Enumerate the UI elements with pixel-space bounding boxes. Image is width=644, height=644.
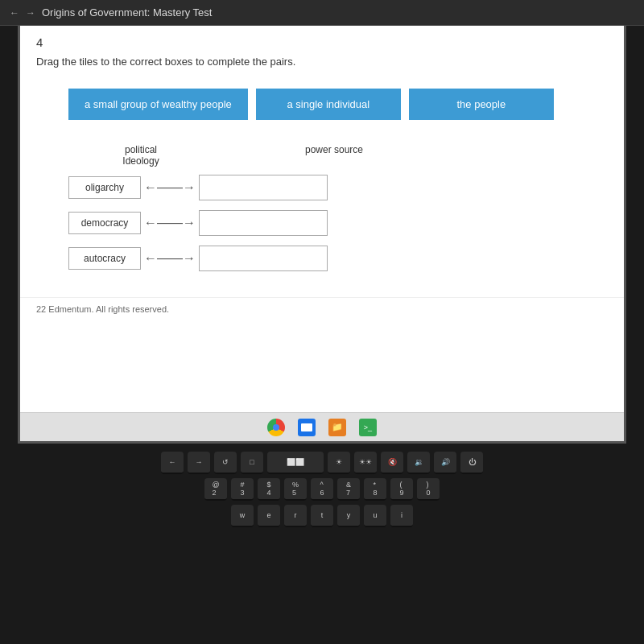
instruction-text: Drag the tiles to the correct boxes to c… bbox=[20, 52, 624, 80]
key-overview[interactable]: ⬜⬜ bbox=[267, 452, 324, 474]
pair-row-autocracy: autocracy ←——→ bbox=[68, 246, 576, 271]
pair-row-democracy: democracy ←——→ bbox=[68, 210, 576, 236]
power-source-label: power source bbox=[294, 144, 374, 167]
key-5[interactable]: %5 bbox=[284, 478, 307, 501]
key-i[interactable]: i bbox=[390, 505, 413, 527]
taskbar: 📁 >_ bbox=[20, 412, 624, 441]
keyboard-area: ← → ↺ □ ⬜⬜ ☀ ☀☀ 🔇 🔉 🔊 ⏻ @2 #3 $4 %5 ^6 &… bbox=[0, 444, 644, 613]
key-brightness-up[interactable]: ☀☀ bbox=[354, 452, 377, 474]
key-fullscreen[interactable]: □ bbox=[241, 452, 263, 474]
tile-wealthy[interactable]: a small group of wealthy people bbox=[68, 89, 248, 120]
tile-people[interactable]: the people bbox=[409, 89, 554, 120]
political-ideology-label: politicalIdeology bbox=[85, 144, 197, 167]
ideology-oligarchy: oligarchy bbox=[68, 176, 141, 199]
back-button[interactable]: ← bbox=[10, 7, 19, 19]
key-vol-down[interactable]: 🔉 bbox=[407, 452, 430, 474]
key-refresh[interactable]: ↺ bbox=[214, 452, 237, 474]
key-w[interactable]: w bbox=[231, 505, 254, 527]
page-title: Origins of Government: Mastery Test bbox=[42, 6, 212, 19]
key-8[interactable]: *8 bbox=[364, 478, 386, 501]
key-2[interactable]: @2 bbox=[204, 478, 227, 501]
laptop-screen: 4 Drag the tiles to the correct boxes to… bbox=[18, 26, 626, 444]
key-t[interactable]: t bbox=[311, 505, 333, 527]
arrow-democracy: ←——→ bbox=[144, 216, 196, 230]
taskbar-terminal-icon[interactable]: >_ bbox=[359, 419, 377, 436]
taskbar-chrome-icon[interactable] bbox=[267, 419, 285, 436]
key-power[interactable]: ⏻ bbox=[460, 452, 483, 474]
key-9[interactable]: (9 bbox=[390, 478, 413, 501]
tile-individual[interactable]: a single individual bbox=[256, 89, 401, 120]
key-brightness-down[interactable]: ☀ bbox=[328, 452, 350, 474]
drop-box-autocracy[interactable] bbox=[199, 246, 328, 271]
arrow-autocracy: ←——→ bbox=[144, 251, 196, 266]
key-4[interactable]: $4 bbox=[258, 478, 280, 501]
key-back[interactable]: ← bbox=[161, 452, 184, 474]
key-y[interactable]: y bbox=[337, 505, 360, 527]
key-forward[interactable]: → bbox=[188, 452, 210, 474]
key-7[interactable]: &7 bbox=[337, 478, 360, 501]
taskbar-folder-icon[interactable]: 📁 bbox=[328, 419, 346, 436]
number-row: @2 #3 $4 %5 ^6 &7 *8 (9 )0 bbox=[0, 478, 644, 501]
key-mute[interactable]: 🔇 bbox=[381, 452, 403, 474]
taskbar-screen-icon[interactable] bbox=[298, 419, 316, 436]
key-6[interactable]: ^6 bbox=[311, 478, 333, 501]
pair-row-oligarchy: oligarchy ←——→ bbox=[68, 175, 576, 200]
arrow-oligarchy: ←——→ bbox=[144, 180, 196, 195]
key-e[interactable]: e bbox=[258, 505, 280, 527]
key-vol-up[interactable]: 🔊 bbox=[434, 452, 456, 474]
ideology-autocracy: autocracy bbox=[68, 247, 141, 270]
drop-box-democracy[interactable] bbox=[199, 210, 328, 236]
ideology-democracy: democracy bbox=[68, 212, 141, 234]
drop-box-oligarchy[interactable] bbox=[199, 175, 328, 200]
footer-copyright: 22 Edmentum. All rights reserved. bbox=[20, 297, 624, 320]
question-number: 4 bbox=[20, 26, 624, 52]
key-3[interactable]: #3 bbox=[231, 478, 254, 501]
forward-button[interactable]: → bbox=[26, 7, 35, 19]
pairs-header: politicalIdeology power source bbox=[68, 144, 576, 167]
browser-bar: ← → Origins of Government: Mastery Test bbox=[0, 0, 644, 26]
tiles-area: a small group of wealthy people a single… bbox=[20, 80, 624, 136]
pairs-area: politicalIdeology power source oligarchy… bbox=[20, 136, 624, 297]
key-0[interactable]: )0 bbox=[417, 478, 440, 501]
content-area: 4 Drag the tiles to the correct boxes to… bbox=[20, 26, 624, 412]
nav-keys-row: ← → ↺ □ ⬜⬜ ☀ ☀☀ 🔇 🔉 🔊 ⏻ bbox=[0, 452, 644, 474]
qwerty-row: w e r t y u i bbox=[0, 505, 644, 527]
key-r[interactable]: r bbox=[284, 505, 307, 527]
key-u[interactable]: u bbox=[364, 505, 386, 527]
